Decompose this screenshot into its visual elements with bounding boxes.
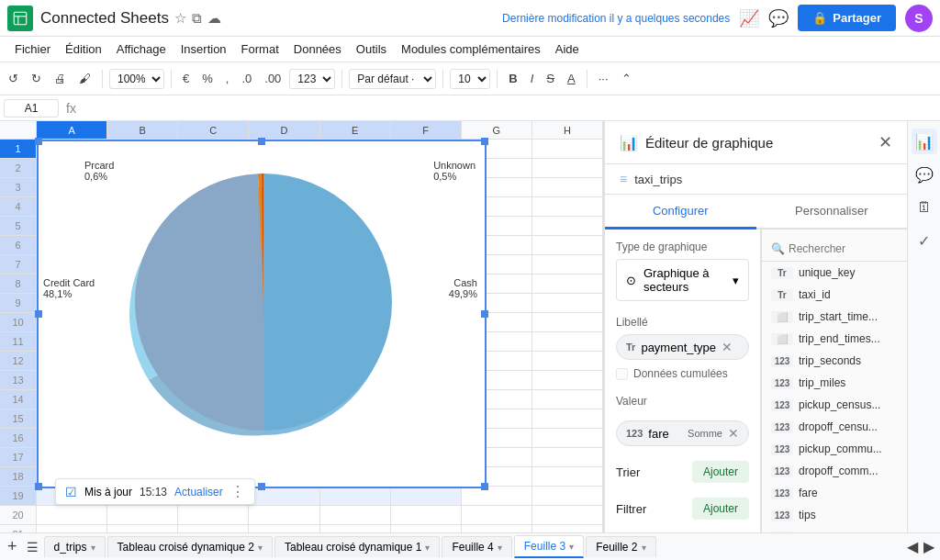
bold-button[interactable]: B	[504, 69, 521, 88]
col-header-d[interactable]: D	[249, 121, 319, 139]
tab-dropdown-icon[interactable]: ▾	[91, 543, 95, 553]
menu-aide[interactable]: Aide	[548, 39, 587, 60]
sheet-tab[interactable]: Feuille 3▾	[514, 535, 584, 558]
row-number[interactable]: 10	[0, 313, 37, 331]
resize-handle-l[interactable]	[35, 310, 42, 318]
menu-fichier[interactable]: Fichier	[7, 39, 58, 60]
list-item[interactable]: 123pickup_commu...+	[762, 438, 907, 460]
comma-button[interactable]: ,	[221, 69, 234, 88]
list-item[interactable]: 123dropoff_comm...+	[762, 460, 907, 482]
grid-cell[interactable]	[532, 390, 603, 409]
menu-edition[interactable]: Édition	[58, 39, 109, 60]
grid-cell[interactable]	[532, 236, 603, 254]
row-number[interactable]: 18	[0, 467, 37, 486]
filter-add-button[interactable]: Ajouter	[692, 498, 749, 520]
list-item[interactable]: ⬜trip_start_time...+	[762, 306, 907, 328]
col-header-f[interactable]: F	[391, 121, 462, 139]
row-number[interactable]: 3	[0, 178, 37, 196]
col-header-a[interactable]: A	[37, 121, 107, 139]
row-number[interactable]: 11	[0, 332, 37, 351]
sheet-tab[interactable]: Feuille 2▾	[586, 536, 655, 557]
grid-cell[interactable]	[532, 371, 603, 389]
sheet-tab[interactable]: d_trips▾	[44, 536, 106, 557]
row-number[interactable]: 17	[0, 448, 37, 466]
list-item[interactable]: 123fare+	[762, 482, 907, 504]
row-number[interactable]: 6	[0, 236, 37, 254]
resize-handle-tl[interactable]	[35, 138, 42, 145]
trend-icon[interactable]: 📈	[739, 8, 759, 28]
tab-personnaliser[interactable]: Personnaliser	[756, 195, 908, 228]
tab-nav-next[interactable]: ▶	[922, 538, 936, 555]
sheets-panel-icon[interactable]: 📊	[912, 129, 937, 154]
row-number[interactable]: 14	[0, 390, 37, 409]
percent-button[interactable]: %	[197, 69, 218, 88]
sheet-tab[interactable]: Tableau croisé dynamique 1▾	[274, 536, 440, 557]
grid-cell[interactable]	[532, 448, 603, 466]
row-number[interactable]: 2	[0, 159, 37, 177]
tab-dropdown-icon[interactable]: ▾	[498, 543, 502, 553]
tab-configurer[interactable]: Configurer	[605, 195, 756, 230]
list-item[interactable]: Trunique_key+	[762, 262, 907, 284]
grid-cell[interactable]	[178, 506, 249, 524]
search-input[interactable]	[789, 242, 907, 255]
cumulative-checkbox[interactable]	[616, 368, 628, 380]
sheet-tab[interactable]: Tableau croisé dynamique 2▾	[107, 536, 273, 557]
chart-area[interactable]: Prcard 0,6% Unknown 0,5% Credit Card 48,…	[37, 140, 487, 488]
grid-cell[interactable]	[532, 217, 603, 235]
decimal-inc-button[interactable]: .00	[260, 69, 285, 88]
grid-cell[interactable]	[462, 487, 532, 505]
grid-cell[interactable]	[391, 525, 462, 532]
row-number[interactable]: 16	[0, 429, 37, 447]
value-remove-button[interactable]: ✕	[728, 426, 739, 441]
row-number[interactable]: 5	[0, 217, 37, 235]
decimal-dec-button[interactable]: .0	[237, 69, 256, 88]
undo-button[interactable]: ↺	[4, 69, 23, 88]
share-button[interactable]: 🔒 Partager	[798, 5, 896, 31]
tab-dropdown-icon[interactable]: ▾	[425, 543, 430, 553]
add-sheet-button[interactable]: +	[4, 537, 21, 556]
status-update-button[interactable]: Actualiser	[174, 486, 223, 498]
list-item[interactable]: 123pickup_census...+	[762, 394, 907, 416]
grid-cell[interactable]	[249, 506, 319, 524]
font-size-select[interactable]: 10	[450, 69, 490, 89]
avatar[interactable]: S	[905, 5, 933, 32]
menu-affichage[interactable]: Affichage	[109, 39, 173, 60]
chat-panel-icon[interactable]: 💬	[912, 162, 937, 187]
tab-dropdown-icon[interactable]: ▾	[258, 543, 263, 553]
print-button[interactable]: 🖨	[50, 69, 71, 88]
grid-cell[interactable]	[532, 332, 603, 351]
row-number[interactable]: 13	[0, 371, 37, 389]
grid-cell[interactable]	[532, 159, 603, 177]
zoom-select[interactable]: 100%	[109, 69, 164, 89]
list-item[interactable]: 123tips+	[762, 504, 907, 526]
italic-button[interactable]: I	[526, 69, 539, 88]
row-number[interactable]: 12	[0, 352, 37, 370]
grid-cell[interactable]	[320, 506, 391, 524]
resize-handle-t[interactable]	[258, 138, 265, 145]
row-number[interactable]: 15	[0, 409, 37, 428]
tab-dropdown-icon[interactable]: ▾	[642, 543, 646, 553]
strikethrough-button[interactable]: S	[542, 69, 559, 88]
formula-input[interactable]	[84, 101, 936, 115]
row-number[interactable]: 20	[0, 506, 37, 524]
cell-reference-input[interactable]	[4, 99, 59, 118]
resize-handle-bl[interactable]	[35, 483, 42, 490]
copy-icon[interactable]: ⧉	[192, 10, 202, 27]
row-number[interactable]: 7	[0, 255, 37, 274]
grid-cell[interactable]	[532, 274, 603, 293]
menu-insertion[interactable]: Insertion	[173, 39, 234, 60]
col-header-b[interactable]: B	[107, 121, 178, 139]
chart-type-select[interactable]: ⊙ Graphique à secteurs ▾	[616, 259, 749, 301]
currency-button[interactable]: €	[178, 69, 194, 88]
grid-cell[interactable]	[391, 487, 462, 505]
grid-cell[interactable]	[462, 525, 532, 532]
grid-cell[interactable]	[532, 140, 603, 158]
tab-dropdown-icon[interactable]: ▾	[569, 542, 574, 552]
col-header-e[interactable]: E	[320, 121, 391, 139]
grid-cell[interactable]	[532, 429, 603, 447]
grid-cell[interactable]	[532, 352, 603, 370]
grid-cell[interactable]	[532, 255, 603, 274]
grid-cell[interactable]	[532, 294, 603, 312]
grid-cell[interactable]	[532, 467, 603, 486]
resize-handle-r[interactable]	[481, 310, 488, 318]
